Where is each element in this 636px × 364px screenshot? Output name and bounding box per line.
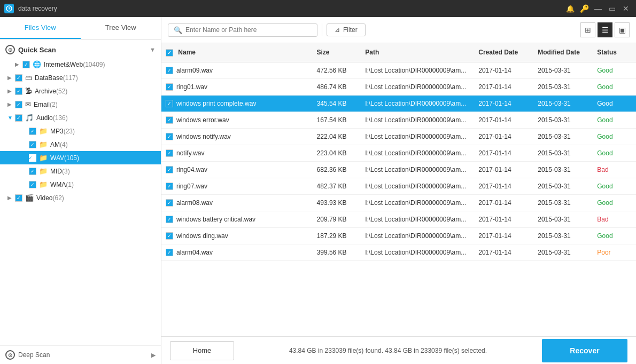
status-badge: Good	[597, 116, 612, 124]
row-checkbox[interactable]	[166, 166, 173, 173]
sidebar-item-internet-web[interactable]: ▶ 🌐 Internet&Web(10409)	[0, 58, 161, 71]
row-checkbox[interactable]	[166, 216, 173, 223]
checkbox-wma[interactable]	[29, 181, 36, 188]
folder-icon-wav: 📁	[39, 154, 48, 162]
cell-size: 472.56 KB	[313, 62, 361, 78]
table-row[interactable]: windows ding.wav 187.29 KB I:\Lost Locat…	[161, 227, 636, 244]
cell-path: I:\Lost Location\DIR00000009\am...	[361, 244, 474, 260]
notification-btn[interactable]: 🔔	[564, 3, 576, 14]
table-header-row: Name Size Path Created Date Modified Dat…	[161, 43, 636, 62]
row-checkbox[interactable]	[166, 116, 173, 124]
folder-icon-video: 🎬	[25, 194, 34, 202]
grid-view-btn[interactable]: ⊞	[580, 22, 595, 37]
header-checkbox[interactable]	[166, 49, 173, 57]
cell-modified: 2015-03-31	[533, 112, 593, 128]
sidebar-item-am[interactable]: 📁 AM(4)	[0, 138, 161, 151]
cell-created: 2017-01-14	[474, 227, 533, 244]
status-text: 43.84 GB in 233039 file(s) found. 43.84 …	[234, 347, 542, 354]
cell-modified: 2015-03-31	[533, 178, 593, 194]
cell-size: 682.36 KB	[313, 161, 361, 178]
table-row[interactable]: alarm08.wav 493.93 KB I:\Lost Location\D…	[161, 194, 636, 211]
close-btn[interactable]: ✕	[620, 3, 632, 14]
col-path[interactable]: Path	[361, 43, 474, 62]
row-checkbox[interactable]	[166, 100, 173, 107]
row-checkbox[interactable]	[166, 183, 173, 190]
table-row[interactable]: windows battery critical.wav 209.79 KB I…	[161, 211, 636, 227]
row-checkbox[interactable]	[166, 232, 173, 240]
filter-button[interactable]: ⊿ Filter	[327, 23, 366, 36]
table-row[interactable]: ring01.wav 486.74 KB I:\Lost Location\DI…	[161, 78, 636, 95]
cell-name: alarm08.wav	[161, 194, 313, 211]
sidebar-item-database[interactable]: ▶ 🗃 DataBase(117)	[0, 71, 161, 84]
col-name: Name	[161, 43, 313, 62]
row-checkbox[interactable]	[166, 149, 173, 157]
sidebar-item-wma[interactable]: 📁 WMA(1)	[0, 178, 161, 191]
table-row[interactable]: ring07.wav 482.37 KB I:\Lost Location\DI…	[161, 178, 636, 194]
minimize-btn[interactable]: —	[592, 3, 604, 14]
sidebar-item-audio[interactable]: ▼ 🎵 Audio(136)	[0, 111, 161, 124]
restore-btn[interactable]: ▭	[606, 3, 618, 14]
file-table-body: alarm09.wav 472.56 KB I:\Lost Location\D…	[161, 62, 636, 260]
tab-tree-view[interactable]: Tree View	[81, 17, 161, 39]
folder-icon-am: 📁	[39, 140, 48, 148]
row-checkbox[interactable]	[166, 249, 173, 256]
quick-scan-header[interactable]: ⊙ Quick Scan ▼	[0, 42, 161, 58]
key-btn[interactable]: 🔑	[578, 3, 590, 14]
status-badge: Good	[597, 183, 612, 190]
checkbox-email[interactable]	[15, 101, 22, 108]
sidebar-item-mid[interactable]: 📁 MID(3)	[0, 164, 161, 178]
cell-name: notify.wav	[161, 145, 313, 161]
cell-name: windows print complete.wav	[161, 95, 313, 112]
sidebar-item-archive[interactable]: ▶ 🗜 Archive(52)	[0, 84, 161, 98]
sidebar-item-video[interactable]: ▶ 🎬 Video(62)	[0, 191, 161, 204]
sidebar-item-mp3[interactable]: 📁 MP3(23)	[0, 124, 161, 138]
checkbox-mid[interactable]	[29, 168, 36, 175]
deep-scan-section[interactable]: ⊙ Deep Scan ▶	[0, 345, 161, 364]
checkbox-mp3[interactable]	[29, 128, 36, 135]
sidebar-item-email[interactable]: ▶ ✉ Email(2)	[0, 98, 161, 111]
table-row[interactable]: windows error.wav 167.54 KB I:\Lost Loca…	[161, 112, 636, 128]
table-row[interactable]: windows notify.wav 222.04 KB I:\Lost Loc…	[161, 128, 636, 145]
cell-modified: 2015-03-31	[533, 62, 593, 78]
table-row[interactable]: alarm09.wav 472.56 KB I:\Lost Location\D…	[161, 62, 636, 78]
checkbox-database[interactable]	[15, 74, 22, 82]
list-view-btn[interactable]: ☰	[598, 22, 612, 37]
filename-label: alarm08.wav	[176, 199, 213, 207]
expand-arrow-audio: ▼	[7, 115, 15, 121]
search-input[interactable]	[185, 26, 312, 34]
cell-name: windows error.wav	[161, 112, 313, 128]
row-checkbox[interactable]	[166, 67, 173, 74]
cell-path: I:\Lost Location\DIR00000009\am...	[361, 161, 474, 178]
row-checkbox[interactable]	[166, 83, 173, 91]
table-row[interactable]: windows print complete.wav 345.54 KB I:\…	[161, 95, 636, 112]
checkbox-archive[interactable]	[15, 88, 22, 95]
cell-modified: 2015-03-31	[533, 194, 593, 211]
col-status[interactable]: Status	[593, 43, 636, 62]
cell-status: Good	[593, 78, 636, 95]
col-size[interactable]: Size	[313, 43, 361, 62]
table-row[interactable]: ring04.wav 682.36 KB I:\Lost Location\DI…	[161, 161, 636, 178]
row-checkbox[interactable]	[166, 133, 173, 140]
checkbox-wav[interactable]: ✓	[29, 154, 36, 162]
cell-path: I:\Lost Location\DIR00000009\am...	[361, 194, 474, 211]
checkbox-internet[interactable]	[22, 61, 30, 68]
checkbox-am[interactable]	[29, 141, 36, 148]
row-checkbox[interactable]	[166, 199, 173, 207]
table-row[interactable]: notify.wav 223.04 KB I:\Lost Location\DI…	[161, 145, 636, 161]
filter-label: Filter	[343, 26, 358, 34]
search-box[interactable]: 🔍	[168, 23, 317, 37]
col-modified[interactable]: Modified Date	[533, 43, 593, 62]
filename-label: alarm09.wav	[176, 67, 213, 74]
cell-size: 223.04 KB	[313, 145, 361, 161]
col-created[interactable]: Created Date	[474, 43, 533, 62]
table-row[interactable]: alarm04.wav 399.56 KB I:\Lost Location\D…	[161, 244, 636, 260]
sidebar-item-wav[interactable]: ✓ 📁 WAV(105)	[0, 151, 161, 164]
tab-files-view[interactable]: Files View	[0, 17, 81, 39]
home-button[interactable]: Home	[170, 341, 234, 360]
preview-view-btn[interactable]: ▣	[615, 22, 630, 37]
recover-button[interactable]: Recover	[542, 339, 627, 362]
checkbox-video[interactable]	[15, 194, 22, 202]
filename-label: windows notify.wav	[176, 133, 231, 140]
checkbox-audio[interactable]	[15, 114, 22, 122]
expand-arrow-video: ▶	[7, 195, 15, 201]
